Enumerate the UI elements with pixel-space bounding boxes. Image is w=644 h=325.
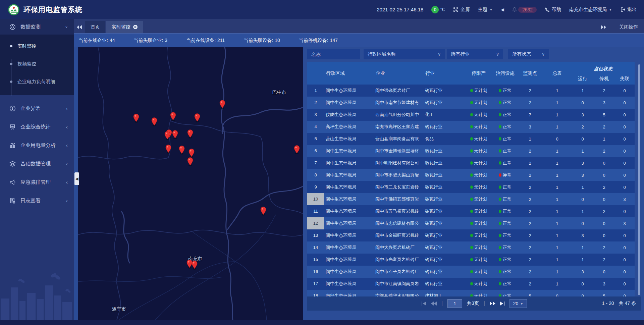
status-filter-select[interactable]: 所有状态 ∨: [508, 49, 549, 59]
cell-index: 3: [307, 109, 324, 121]
facility-label: 正常: [503, 136, 512, 142]
sidebar-item-data-monitor[interactable]: 数据监测∨: [0, 19, 74, 35]
map-pin[interactable]: [260, 206, 267, 217]
table-row[interactable]: 13阆中生态环境局阆中市金福旺页岩机砖砖瓦行业无计划正常21300: [307, 229, 635, 241]
fullscreen-icon: [453, 7, 459, 12]
table-row[interactable]: 10阆中生态环境局阆中千佛镇五郎垭页岩砖瓦行业无计划正常21003: [307, 193, 635, 205]
table-row[interactable]: 9阆中生态环境局阆中市二龙长宝页岩砖砖瓦行业无计划正常21120: [307, 181, 635, 193]
cell-plan: 无计划: [464, 148, 493, 154]
sub-col-header-2: 失联: [614, 76, 635, 82]
map-pin[interactable]: [169, 112, 177, 122]
page-number-input[interactable]: [447, 299, 462, 308]
sidebar-item-company-abnormal[interactable]: 企业异常‹: [0, 99, 74, 118]
map-pin[interactable]: [164, 131, 171, 142]
map-pin[interactable]: [132, 113, 140, 124]
cell-lost: 0: [614, 281, 635, 286]
marquee-collapse-icon[interactable]: ◀: [501, 7, 504, 12]
cell-total: 1: [543, 149, 572, 154]
next-page-button[interactable]: [490, 302, 495, 306]
table-row[interactable]: 4高坪生态环境局南充市高坪区王家店建砖瓦行业无计划正常31220: [307, 121, 635, 133]
table-row[interactable]: 3仪陇生态环境局西南油气田分公司川中化工无计划正常71350: [307, 109, 635, 121]
cell-halt: 0: [594, 197, 614, 202]
cell-plan: 无计划: [464, 257, 493, 263]
col-header-0: 行政区域: [324, 70, 374, 76]
stat-item: 当前失联设备:10: [244, 38, 280, 44]
table-row[interactable]: 18南部生态环境局南部县瑞华水泥有限公建材加工无计划正常50050: [307, 290, 635, 296]
tabs-scroll-left-button[interactable]: [74, 21, 85, 33]
org-menu-button[interactable]: 南充市生态环境局 ▼: [569, 7, 612, 13]
map-pin[interactable]: [151, 117, 158, 128]
table-row[interactable]: 14阆中生态环境局阆中大兴页岩机砖厂砖瓦行业无计划正常21120: [307, 241, 635, 254]
table-row[interactable]: 2阆中生态环境局阆中市南方节能建材有砖瓦行业无计划正常21030: [307, 97, 635, 109]
table-row[interactable]: 15阆中生态环境局阆中市光富页岩机砖厂砖瓦行业无计划正常21120: [307, 254, 635, 266]
tab-bar: 首页实时监控 关闭操作: [74, 19, 644, 34]
table-row[interactable]: 6阆中生态环境局阆中市金博瑞新型墙材砖瓦行业无计划正常21120: [307, 145, 635, 157]
map-pin[interactable]: [186, 157, 194, 168]
tab-realtime-monitor[interactable]: 实时监控: [106, 21, 143, 33]
sidebar-item-company-stats[interactable]: 企业综合统计‹: [0, 118, 74, 136]
cell-halt: 2: [594, 185, 614, 190]
sidebar-item-power-analysis[interactable]: 企业用电量分析‹: [0, 136, 74, 155]
close-operations-button[interactable]: 关闭操作: [619, 24, 638, 30]
sidebar-item-emergency-reduction[interactable]: 应急减排管理‹: [0, 173, 74, 192]
first-page-button[interactable]: [422, 302, 426, 306]
facility-label: 正常: [503, 184, 512, 190]
map-pin[interactable]: [165, 144, 172, 155]
chevron-left-icon: ‹: [66, 198, 68, 204]
sidebar-item-base-data[interactable]: 基础数据管理‹: [0, 155, 74, 173]
prev-page-button[interactable]: [431, 302, 437, 306]
sidebar-item-log-view[interactable]: 日志查看‹: [0, 192, 74, 210]
cell-region: 阆中生态环境局: [324, 196, 374, 202]
table-row[interactable]: 12阆中生态环境局阆中市忠信建材有限公砖瓦行业无计划正常21003: [307, 217, 635, 229]
cell-facility: 正常: [493, 208, 517, 214]
cell-lost: 0: [614, 185, 635, 190]
table-row[interactable]: 16阆中生态环境局阆中市石子页岩机砖厂砖瓦行业无计划正常21300: [307, 266, 635, 278]
cell-monitor: 5: [517, 293, 543, 297]
last-page-button[interactable]: [500, 302, 505, 306]
region-filter-select[interactable]: 行政区域名称 ∨: [364, 49, 445, 59]
logout-button[interactable]: 退出: [620, 7, 637, 13]
cell-region: 阆中生态环境局: [324, 172, 374, 178]
tab-close-icon[interactable]: [133, 24, 138, 30]
theme-menu-button[interactable]: 主题 ▼: [478, 7, 493, 13]
industry-filter-select[interactable]: 所有行业 ∨: [447, 49, 503, 59]
cell-index: 12: [307, 217, 324, 229]
tabs-scroll-right-button[interactable]: [598, 21, 609, 33]
table-row[interactable]: 5营山生态环境局营山县润丰肉食品有限食品无计划正常10010: [307, 133, 635, 145]
map-pin[interactable]: [219, 100, 226, 110]
help-button[interactable]: 帮助: [545, 7, 561, 13]
map-pin[interactable]: [178, 145, 185, 156]
map-pin[interactable]: [191, 260, 198, 271]
map-pin[interactable]: [171, 130, 179, 141]
sidebar-subitem-0[interactable]: 实时监控: [0, 37, 74, 55]
chevron-left-icon: ‹: [66, 143, 68, 149]
cell-lost: 0: [614, 161, 635, 166]
name-filter-input[interactable]: [307, 49, 360, 59]
sidebar-item-label: 企业用电量分析: [20, 142, 56, 149]
page-size-select[interactable]: 20 ▼: [509, 299, 527, 308]
table-row[interactable]: 8阆中生态环境局阆中市枣碧大梁山页岩砖瓦行业无计划异常21300: [307, 169, 635, 181]
cell-region: 阆中生态环境局: [324, 245, 374, 251]
plan-label: 无计划: [474, 269, 487, 275]
notifications-button[interactable]: 2632: [512, 7, 537, 13]
table-row[interactable]: 11阆中生态环境局阆中市五马桥页岩机砖砖瓦行业无计划正常21120: [307, 205, 635, 217]
cell-halt: 2: [594, 245, 614, 250]
cell-region: 阆中生态环境局: [324, 232, 374, 238]
cell-run: 0: [572, 221, 594, 226]
help-label: 帮助: [552, 7, 561, 13]
table-row[interactable]: 17阆中生态环境局阆中市江南镇阆南页岩砖瓦行业无计划正常21030: [307, 278, 635, 290]
table-row[interactable]: 1阆中生态环境局阆中强锐页岩砖厂砖瓦行业无计划正常21120: [307, 85, 635, 97]
map-pin[interactable]: [293, 145, 301, 156]
cell-lost: 0: [614, 88, 635, 93]
map-pin[interactable]: [194, 113, 201, 124]
table-row[interactable]: 7阆中生态环境局阆中明阳建材有限公司砖瓦行业无计划正常21300: [307, 157, 635, 169]
status-ok-dot-icon: [499, 234, 501, 237]
map-canvas[interactable]: 巴中市南充市遂宁市: [78, 47, 303, 320]
sidebar-collapse-handle[interactable]: ◀: [74, 172, 79, 185]
map-pin[interactable]: [186, 129, 194, 140]
stat-label: 当前失联企业:: [133, 38, 163, 43]
table-scrollbar-thumb[interactable]: [638, 64, 640, 295]
fullscreen-button[interactable]: 全屏: [453, 7, 470, 13]
facility-label: 正常: [503, 148, 512, 154]
tab-home[interactable]: 首页: [85, 21, 105, 33]
